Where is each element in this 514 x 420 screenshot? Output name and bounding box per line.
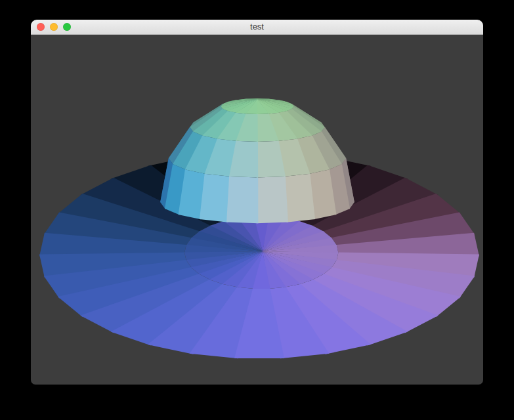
close-button[interactable] (37, 23, 45, 31)
minimize-button[interactable] (50, 23, 58, 31)
app-window: test (31, 20, 483, 385)
scene-svg (31, 35, 483, 385)
traffic-lights (37, 20, 71, 34)
window-title: test (250, 20, 264, 34)
desktop-background: { "window": { "title": "test", "page_bg"… (0, 0, 514, 420)
window-titlebar[interactable]: test (31, 20, 483, 35)
zoom-button[interactable] (63, 23, 71, 31)
gl-viewport[interactable] (31, 35, 483, 385)
